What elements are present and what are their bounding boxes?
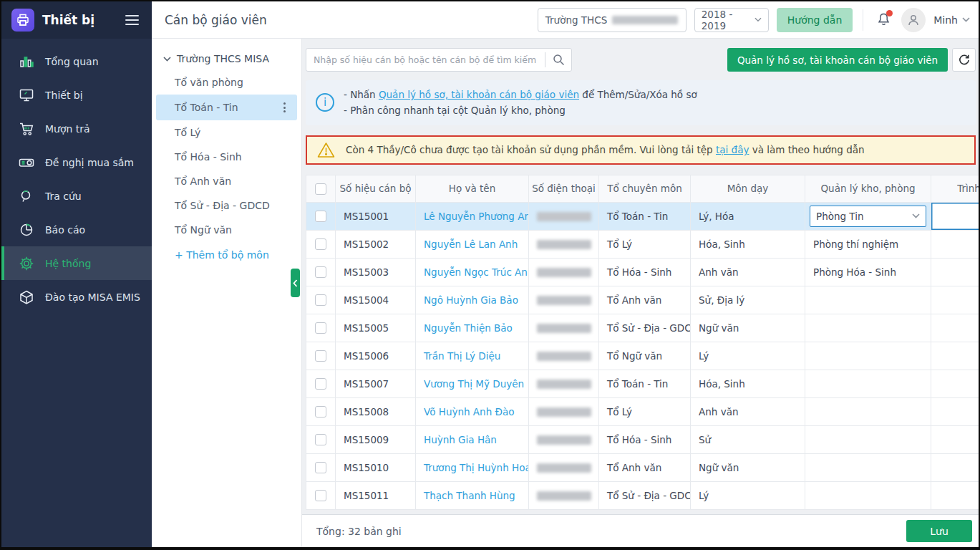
room-assignment[interactable] [805,370,931,397]
school-year-dropdown[interactable]: 2018 - 2019 [694,8,769,32]
degree-cell[interactable] [931,286,979,314]
subjects: Anh văn [691,397,805,425]
tree-item-to-ngu-van[interactable]: Tổ Ngữ văn [152,218,301,242]
staff-name-link[interactable]: Lê Nguyễn Phương Anh [424,211,529,222]
degree-cell[interactable] [931,202,979,230]
sidebar-item-he-thong[interactable]: Hệ thống [1,246,152,280]
select-all-checkbox[interactable] [315,183,326,195]
degree-cell[interactable] [931,453,979,481]
tree-root-school[interactable]: Trường THCS MISA [152,47,301,70]
degree-cell[interactable] [931,370,979,397]
row-checkbox[interactable] [315,322,326,334]
staff-search [306,48,572,72]
avatar[interactable] [901,8,926,32]
row-checkbox[interactable] [315,350,326,362]
guide-button[interactable]: Hướng dẫn [777,8,853,32]
room-assignment[interactable]: Phòng thí nghiệm [805,230,931,258]
staff-name-link[interactable]: Vương Thị Mỹ Duyên [424,378,524,390]
staff-name-link[interactable]: Huỳnh Gia Hân [424,434,497,445]
column-header-phone: Số điện thoại [529,175,599,202]
more-options-icon[interactable] [279,101,290,114]
phone-cell [529,370,599,397]
room-assignment[interactable] [805,314,931,342]
staff-name-link[interactable]: Thạch Thanh Hùng [424,490,515,501]
add-department-link[interactable]: + Thêm tổ bộ môn [152,242,301,268]
staff-name-link[interactable]: Nguyễn Ngọc Trúc Anh [424,266,529,278]
staff-name-link[interactable]: Nguyễn Lê Lan Anh [424,238,518,250]
phone-cell [529,202,599,230]
row-checkbox[interactable] [315,462,326,473]
staff-name-link[interactable]: Ngô Huỳnh Gia Bảo [424,294,518,306]
staff-name-link[interactable]: Trương Thị Huỳnh Hoa [424,462,529,473]
row-checkbox[interactable] [315,406,326,418]
cart-icon [18,120,35,138]
search-icon[interactable] [545,49,571,71]
room-dropdown[interactable]: Phòng Tin [810,206,926,227]
staff-id: MS15009 [336,425,416,453]
row-checkbox[interactable] [315,211,326,222]
staff-name-link[interactable]: Võ Huỳnh Anh Đào [424,406,514,418]
department: Tổ Lý [599,230,691,258]
tree-item-to-anh-van[interactable]: Tổ Anh văn [152,169,301,193]
staff-id: MS15001 [336,202,416,230]
degree-cell[interactable] [931,425,979,453]
notification-bell-icon[interactable] [873,10,893,30]
row-checkbox[interactable] [315,434,326,445]
degree-cell[interactable] [931,342,979,370]
manage-accounts-link[interactable]: Quản lý hồ sơ, tài khoản cán bộ giáo viê… [379,89,579,100]
sidebar-item-dao-tao-misa-emis[interactable]: Đào tạo MISA EMIS [1,280,152,314]
staff-id: MS15008 [336,397,416,425]
sidebar-item-bao-cao[interactable]: Báo cáo [1,213,152,246]
phone-cell [529,258,599,286]
sidebar-item-thiet-bi[interactable]: Thiết bị [1,78,152,112]
user-menu[interactable]: Minh [933,14,970,26]
staff-id: MS15006 [336,342,416,370]
staff-name-link[interactable]: Nguyễn Thiện Bảo [424,322,513,334]
chevron-down-icon [755,17,762,22]
degree-cell[interactable] [931,258,979,286]
row-checkbox[interactable] [315,294,326,306]
room-assignment[interactable] [805,397,931,425]
warning-banner: Còn 4 Thầy/Cô chưa được tạo tài khoản sử… [306,135,976,165]
tree-item-to-su-dia-gdcd[interactable]: Tổ Sử - Địa - GDCD [152,193,301,218]
table-row: MS15007 Vương Thị Mỹ Duyên Tổ Toán - Tin… [306,370,979,397]
sidebar-item-label: Hệ thống [45,258,91,269]
row-checkbox[interactable] [315,490,326,501]
staff-name-link[interactable]: Trần Thị Lý Diệu [424,350,500,362]
tree-item-to-hoa-sinh[interactable]: Tổ Hóa - Sinh [152,145,301,169]
subjects: Hóa, Sinh [691,230,805,258]
table-row: MS15003 Nguyễn Ngọc Trúc Anh Tổ Hóa - Si… [306,258,979,286]
degree-cell[interactable] [931,481,979,509]
download-here-link[interactable]: tại đây [716,144,749,155]
refresh-icon[interactable] [952,48,976,72]
staff-id: MS15003 [336,258,416,286]
sidebar-item-muon-tra[interactable]: Mượn trả [1,112,152,145]
department: Tổ Hóa - Sinh [599,425,691,453]
search-input[interactable] [306,54,545,65]
degree-cell[interactable] [931,397,979,425]
tree-item-to-toan-tin[interactable]: Tổ Toán - Tin [156,95,297,120]
school-selector[interactable]: Trường THCS [538,8,687,32]
room-assignment[interactable]: Phòng Hóa - Sinh [805,258,931,286]
save-button[interactable]: Lưu [906,520,972,542]
sidebar-item-tong-quan[interactable]: Tổng quan [1,44,152,78]
room-assignment[interactable] [805,342,931,370]
hamburger-menu-icon[interactable] [122,12,142,28]
sidebar-item-tra-cuu[interactable]: Tra cứu [1,179,152,213]
degree-cell[interactable] [931,314,979,342]
blurred-phone [537,268,591,277]
sidebar-item-de-nghi-mua-sam[interactable]: Đề nghị mua sắm [1,145,152,179]
collapse-panel-button[interactable] [291,269,300,297]
room-assignment[interactable] [805,481,931,509]
row-checkbox[interactable] [315,378,326,390]
row-checkbox[interactable] [315,266,326,278]
room-assignment[interactable] [805,425,931,453]
manage-accounts-button[interactable]: Quản lý hồ sơ, tài khoản cán bộ giáo viê… [727,48,948,72]
row-checkbox[interactable] [315,238,326,250]
room-assignment[interactable] [805,286,931,314]
room-assignment[interactable] [805,453,931,481]
degree-cell[interactable] [931,230,979,258]
tree-item-to-ly[interactable]: Tổ Lý [152,120,301,145]
info-icon: i [316,93,334,112]
tree-item-to-van-phong[interactable]: Tổ văn phòng [152,70,301,95]
